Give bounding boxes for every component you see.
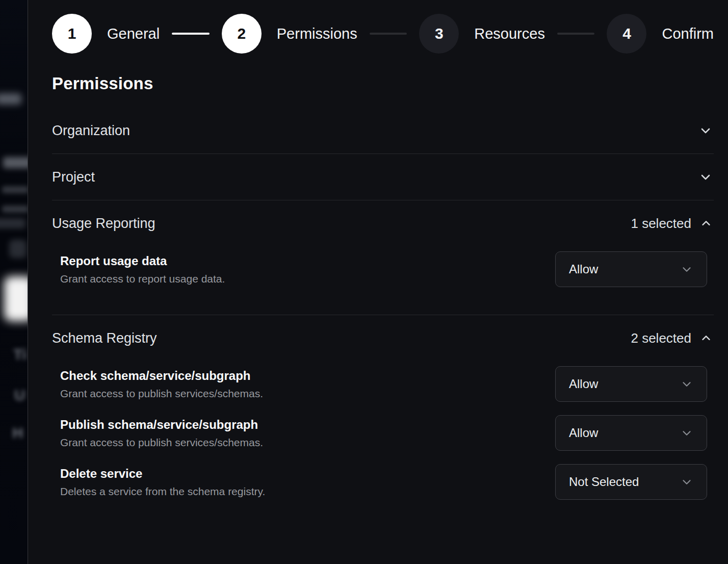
blurred-sidebar-text (2, 206, 28, 213)
step-connector (370, 33, 407, 35)
step-resources[interactable]: 3 Resources (419, 14, 545, 54)
chevron-down-icon (680, 263, 693, 276)
section-title: Project (52, 168, 95, 186)
step-connector (557, 33, 595, 35)
step-confirm-label: Confirm (662, 25, 714, 42)
wizard-stepper: 1 General 2 Permissions 3 Resources 4 Co… (52, 14, 714, 54)
wizard-panel: 1 General 2 Permissions 3 Resources 4 Co… (29, 0, 728, 564)
chevron-down-icon (680, 475, 693, 489)
section-title: Organization (52, 122, 130, 139)
permission-select-value: Allow (569, 377, 598, 391)
permission-select[interactable]: Allow (555, 251, 707, 287)
section-project: Project (52, 154, 714, 200)
permission-description: Grant access to publish services/schemas… (60, 435, 263, 449)
permission-row: Check schema/service/subgraph Grant acce… (60, 366, 714, 402)
section-organization-header[interactable]: Organization (52, 108, 714, 153)
permission-title: Check schema/service/subgraph (60, 368, 263, 383)
chevron-down-icon (698, 123, 713, 138)
step-permissions[interactable]: 2 Permissions (222, 14, 357, 54)
permission-select[interactable]: Not Selected (555, 464, 707, 500)
step-confirm-number: 4 (607, 14, 646, 54)
permission-title: Report usage data (60, 253, 225, 269)
background-sidebar: Ti U H (0, 0, 28, 564)
selected-count: 1 selected (631, 216, 691, 232)
permission-select-value: Not Selected (569, 475, 639, 489)
step-general-number: 1 (52, 14, 92, 54)
section-usage-reporting: Usage Reporting 1 selected Report usage … (52, 200, 714, 315)
permission-select-value: Allow (569, 262, 598, 276)
step-resources-number: 3 (419, 14, 459, 54)
chevron-up-icon (699, 217, 713, 230)
step-general-label: General (107, 25, 160, 42)
section-title: Schema Registry (52, 329, 157, 347)
permission-title: Publish schema/service/subgraph (60, 417, 263, 432)
step-confirm[interactable]: 4 Confirm (607, 14, 714, 54)
permission-title: Delete service (60, 466, 265, 481)
section-title: Usage Reporting (52, 215, 155, 232)
blurred-sidebar-text (0, 218, 25, 228)
step-permissions-label: Permissions (277, 25, 357, 42)
blurred-sidebar-text (2, 186, 28, 193)
selected-count: 2 selected (631, 330, 691, 346)
step-resources-label: Resources (474, 25, 545, 42)
blurred-sidebar-text: U (14, 387, 25, 404)
step-general[interactable]: 1 General (52, 14, 160, 54)
section-schema-registry-header[interactable]: Schema Registry 2 selected (52, 315, 714, 361)
blurred-sidebar-text: Ti (13, 346, 27, 363)
permission-row: Publish schema/service/subgraph Grant ac… (60, 415, 714, 451)
permission-row: Report usage data Grant access to report… (60, 251, 714, 287)
step-permissions-number: 2 (222, 14, 262, 54)
permission-description: Grant access to report usage data. (60, 272, 225, 286)
blurred-sidebar-text (3, 157, 28, 168)
permission-description: Deletes a service from the schema regist… (60, 484, 265, 498)
section-organization: Organization (52, 108, 714, 154)
chevron-down-icon (680, 426, 693, 440)
section-project-header[interactable]: Project (52, 154, 714, 200)
section-usage-reporting-header[interactable]: Usage Reporting 1 selected (52, 200, 714, 246)
permission-select-value: Allow (569, 426, 598, 440)
page-title: Permissions (52, 74, 714, 93)
blurred-sidebar-icon (9, 240, 27, 258)
chevron-down-icon (680, 377, 693, 391)
permission-select[interactable]: Allow (555, 415, 707, 451)
permission-row: Delete service Deletes a service from th… (60, 464, 714, 500)
chevron-up-icon (699, 331, 713, 345)
blurred-sidebar-badge (0, 93, 21, 105)
permission-description: Grant access to publish services/schemas… (60, 387, 263, 400)
section-schema-registry: Schema Registry 2 selected Check schema/… (52, 315, 714, 527)
blurred-sidebar-text: H (12, 424, 23, 442)
blurred-sidebar-button (4, 276, 28, 321)
permission-select[interactable]: Allow (555, 366, 707, 402)
step-connector (172, 33, 210, 35)
chevron-down-icon (698, 170, 713, 184)
